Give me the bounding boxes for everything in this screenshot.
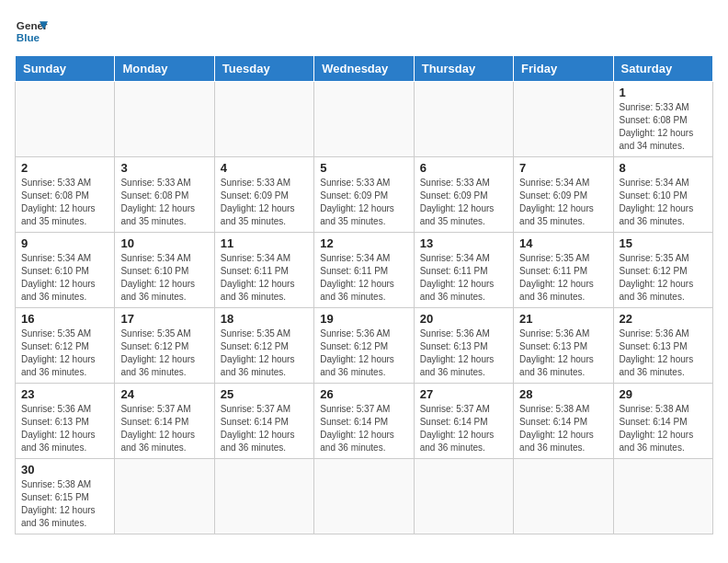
day-number: 21 [519, 312, 607, 326]
day-info: Sunrise: 5:35 AM Sunset: 6:12 PM Dayligh… [120, 327, 208, 379]
calendar-header-wednesday: Wednesday [314, 56, 414, 82]
day-info: Sunrise: 5:34 AM Sunset: 6:10 PM Dayligh… [120, 252, 208, 304]
calendar-cell [414, 82, 513, 157]
calendar-cell: 6Sunrise: 5:33 AM Sunset: 6:09 PM Daylig… [414, 157, 513, 233]
day-number: 22 [620, 312, 707, 326]
day-number: 1 [620, 86, 707, 99]
calendar-cell [115, 459, 214, 534]
calendar-cell [115, 82, 214, 157]
calendar-cell [414, 459, 513, 534]
calendar-cell: 8Sunrise: 5:34 AM Sunset: 6:10 PM Daylig… [613, 157, 712, 233]
day-info: Sunrise: 5:33 AM Sunset: 6:08 PM Dayligh… [21, 177, 108, 228]
day-info: Sunrise: 5:33 AM Sunset: 6:09 PM Dayligh… [221, 177, 308, 228]
day-number: 5 [320, 161, 407, 175]
calendar-header-tuesday: Tuesday [214, 56, 313, 82]
calendar-header-sunday: Sunday [16, 56, 115, 82]
day-number: 25 [221, 387, 308, 401]
calendar-cell: 15Sunrise: 5:35 AM Sunset: 6:12 PM Dayli… [613, 233, 712, 308]
calendar-cell [613, 459, 712, 534]
day-number: 4 [221, 161, 308, 175]
calendar-cell: 1Sunrise: 5:33 AM Sunset: 6:08 PM Daylig… [613, 82, 712, 157]
calendar-week-row: 9Sunrise: 5:34 AM Sunset: 6:10 PM Daylig… [16, 233, 713, 308]
calendar-cell: 13Sunrise: 5:34 AM Sunset: 6:11 PM Dayli… [414, 233, 513, 308]
day-number: 24 [120, 387, 208, 401]
day-info: Sunrise: 5:34 AM Sunset: 6:10 PM Dayligh… [620, 177, 707, 228]
day-number: 18 [221, 312, 308, 326]
calendar-cell: 3Sunrise: 5:33 AM Sunset: 6:08 PM Daylig… [115, 157, 214, 233]
day-number: 26 [320, 387, 407, 401]
logo: General Blue [15, 15, 48, 48]
calendar-cell: 28Sunrise: 5:38 AM Sunset: 6:14 PM Dayli… [514, 384, 613, 459]
calendar-header-saturday: Saturday [613, 56, 712, 82]
generalblue-logo-icon: General Blue [15, 15, 48, 48]
calendar-cell: 24Sunrise: 5:37 AM Sunset: 6:14 PM Dayli… [115, 384, 214, 459]
day-info: Sunrise: 5:33 AM Sunset: 6:08 PM Dayligh… [120, 177, 208, 228]
calendar-week-row: 2Sunrise: 5:33 AM Sunset: 6:08 PM Daylig… [16, 157, 713, 233]
calendar-cell: 16Sunrise: 5:35 AM Sunset: 6:12 PM Dayli… [16, 308, 115, 384]
calendar-cell: 9Sunrise: 5:34 AM Sunset: 6:10 PM Daylig… [16, 233, 115, 308]
day-info: Sunrise: 5:36 AM Sunset: 6:13 PM Dayligh… [620, 327, 707, 379]
day-info: Sunrise: 5:35 AM Sunset: 6:12 PM Dayligh… [620, 252, 707, 304]
calendar-cell [514, 82, 613, 157]
calendar-cell: 17Sunrise: 5:35 AM Sunset: 6:12 PM Dayli… [115, 308, 214, 384]
calendar-week-row: 23Sunrise: 5:36 AM Sunset: 6:13 PM Dayli… [16, 384, 713, 459]
calendar-cell: 29Sunrise: 5:38 AM Sunset: 6:14 PM Dayli… [613, 384, 712, 459]
calendar-cell: 22Sunrise: 5:36 AM Sunset: 6:13 PM Dayli… [613, 308, 712, 384]
calendar-cell: 10Sunrise: 5:34 AM Sunset: 6:10 PM Dayli… [115, 233, 214, 308]
calendar-cell: 11Sunrise: 5:34 AM Sunset: 6:11 PM Dayli… [214, 233, 313, 308]
svg-text:Blue: Blue [17, 31, 40, 43]
calendar-cell: 12Sunrise: 5:34 AM Sunset: 6:11 PM Dayli… [314, 233, 414, 308]
calendar-cell: 5Sunrise: 5:33 AM Sunset: 6:09 PM Daylig… [314, 157, 414, 233]
day-number: 28 [519, 387, 607, 401]
day-number: 20 [420, 312, 507, 326]
day-info: Sunrise: 5:38 AM Sunset: 6:14 PM Dayligh… [620, 403, 707, 454]
day-info: Sunrise: 5:38 AM Sunset: 6:15 PM Dayligh… [21, 478, 108, 530]
day-info: Sunrise: 5:36 AM Sunset: 6:13 PM Dayligh… [420, 327, 507, 379]
calendar-cell: 21Sunrise: 5:36 AM Sunset: 6:13 PM Dayli… [514, 308, 613, 384]
day-info: Sunrise: 5:34 AM Sunset: 6:11 PM Dayligh… [320, 252, 407, 304]
calendar-cell: 7Sunrise: 5:34 AM Sunset: 6:09 PM Daylig… [514, 157, 613, 233]
day-info: Sunrise: 5:34 AM Sunset: 6:11 PM Dayligh… [221, 252, 308, 304]
day-info: Sunrise: 5:34 AM Sunset: 6:10 PM Dayligh… [21, 252, 108, 304]
calendar-cell: 25Sunrise: 5:37 AM Sunset: 6:14 PM Dayli… [214, 384, 313, 459]
day-info: Sunrise: 5:33 AM Sunset: 6:09 PM Dayligh… [420, 177, 507, 228]
day-number: 16 [21, 312, 108, 326]
day-info: Sunrise: 5:37 AM Sunset: 6:14 PM Dayligh… [221, 403, 308, 454]
calendar-cell [214, 82, 313, 157]
day-number: 3 [120, 161, 208, 175]
day-number: 8 [620, 161, 707, 175]
day-info: Sunrise: 5:35 AM Sunset: 6:12 PM Dayligh… [21, 327, 108, 379]
day-info: Sunrise: 5:36 AM Sunset: 6:12 PM Dayligh… [320, 327, 407, 379]
calendar-cell: 27Sunrise: 5:37 AM Sunset: 6:14 PM Dayli… [414, 384, 513, 459]
calendar-cell: 30Sunrise: 5:38 AM Sunset: 6:15 PM Dayli… [16, 459, 115, 534]
calendar-cell: 20Sunrise: 5:36 AM Sunset: 6:13 PM Dayli… [414, 308, 513, 384]
calendar-cell: 18Sunrise: 5:35 AM Sunset: 6:12 PM Dayli… [214, 308, 313, 384]
calendar-header-monday: Monday [115, 56, 214, 82]
day-info: Sunrise: 5:35 AM Sunset: 6:12 PM Dayligh… [221, 327, 308, 379]
calendar-cell [16, 82, 115, 157]
day-number: 7 [519, 161, 607, 175]
day-number: 19 [320, 312, 407, 326]
calendar-cell [314, 459, 414, 534]
day-info: Sunrise: 5:35 AM Sunset: 6:11 PM Dayligh… [519, 252, 607, 304]
day-info: Sunrise: 5:36 AM Sunset: 6:13 PM Dayligh… [21, 403, 108, 454]
calendar-cell [514, 459, 613, 534]
day-info: Sunrise: 5:37 AM Sunset: 6:14 PM Dayligh… [120, 403, 208, 454]
day-info: Sunrise: 5:37 AM Sunset: 6:14 PM Dayligh… [320, 403, 407, 454]
calendar-week-row: 1Sunrise: 5:33 AM Sunset: 6:08 PM Daylig… [16, 82, 713, 157]
calendar-table: SundayMondayTuesdayWednesdayThursdayFrid… [15, 55, 713, 534]
day-number: 27 [420, 387, 507, 401]
day-info: Sunrise: 5:36 AM Sunset: 6:13 PM Dayligh… [519, 327, 607, 379]
day-info: Sunrise: 5:37 AM Sunset: 6:14 PM Dayligh… [420, 403, 507, 454]
day-number: 2 [21, 161, 108, 175]
day-info: Sunrise: 5:34 AM Sunset: 6:11 PM Dayligh… [420, 252, 507, 304]
day-info: Sunrise: 5:38 AM Sunset: 6:14 PM Dayligh… [519, 403, 607, 454]
day-number: 29 [620, 387, 707, 401]
calendar-cell: 14Sunrise: 5:35 AM Sunset: 6:11 PM Dayli… [514, 233, 613, 308]
calendar-cell: 26Sunrise: 5:37 AM Sunset: 6:14 PM Dayli… [314, 384, 414, 459]
calendar-header-thursday: Thursday [414, 56, 513, 82]
calendar-week-row: 30Sunrise: 5:38 AM Sunset: 6:15 PM Dayli… [16, 459, 713, 534]
calendar-cell: 2Sunrise: 5:33 AM Sunset: 6:08 PM Daylig… [16, 157, 115, 233]
day-info: Sunrise: 5:33 AM Sunset: 6:09 PM Dayligh… [320, 177, 407, 228]
day-number: 30 [21, 463, 108, 477]
